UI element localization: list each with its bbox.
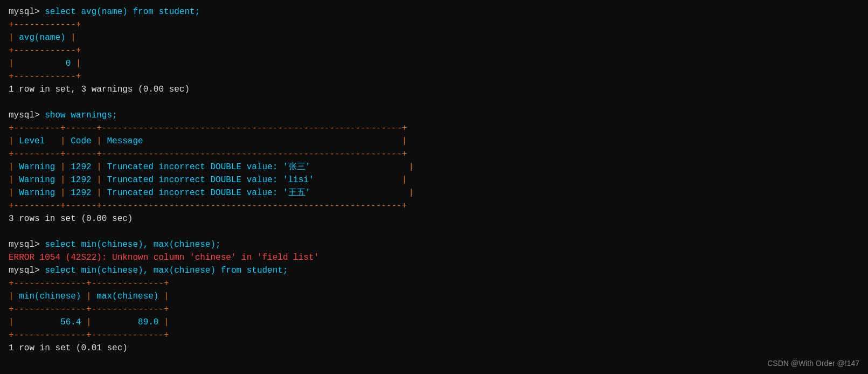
terminal-line: | Warning | 1292 | Truncated incorrect D…	[9, 161, 859, 174]
terminal-line: | 0 |	[9, 57, 859, 70]
terminal-line: +------------+	[9, 70, 859, 83]
terminal-line: | min(chinese) | max(chinese) |	[9, 290, 859, 303]
terminal-line: 1 row in set, 3 warnings (0.00 sec)	[9, 83, 859, 96]
terminal-line: +---------+------+----------------------…	[9, 148, 859, 161]
terminal-line: +--------------+--------------+	[9, 329, 859, 342]
terminal-line: 3 rows in set (0.00 sec)	[9, 212, 859, 225]
terminal-line: 1 row in set (0.01 sec)	[9, 342, 859, 355]
terminal-line: +------------+	[9, 18, 859, 31]
terminal-line: mysql> select min(chinese), max(chinese)…	[9, 238, 859, 251]
watermark: CSDN @With Order @!147	[767, 359, 859, 368]
terminal-line: | Warning | 1292 | Truncated incorrect D…	[9, 186, 859, 199]
terminal-line: +--------------+--------------+	[9, 303, 859, 316]
terminal-line: mysql> select min(chinese), max(chinese)…	[9, 264, 859, 277]
terminal-line: | Warning | 1292 | Truncated incorrect D…	[9, 174, 859, 186]
terminal-line: ERROR 1054 (42S22): Unknown column 'chin…	[9, 251, 859, 264]
terminal-line	[9, 96, 859, 109]
terminal-line: +------------+	[9, 44, 859, 57]
terminal-line: +---------+------+----------------------…	[9, 122, 859, 135]
terminal-line: | 56.4 | 89.0 |	[9, 316, 859, 329]
terminal-output: mysql> select avg(name) from student;+--…	[9, 5, 859, 355]
terminal-line	[9, 225, 859, 238]
terminal-line: +--------------+--------------+	[9, 277, 859, 290]
terminal-line: mysql> show warnings;	[9, 109, 859, 122]
terminal-line: +---------+------+----------------------…	[9, 199, 859, 212]
terminal-line: | Level | Code | Message |	[9, 135, 859, 148]
terminal-line: | avg(name) |	[9, 31, 859, 44]
terminal-line: mysql> select avg(name) from student;	[9, 5, 859, 18]
